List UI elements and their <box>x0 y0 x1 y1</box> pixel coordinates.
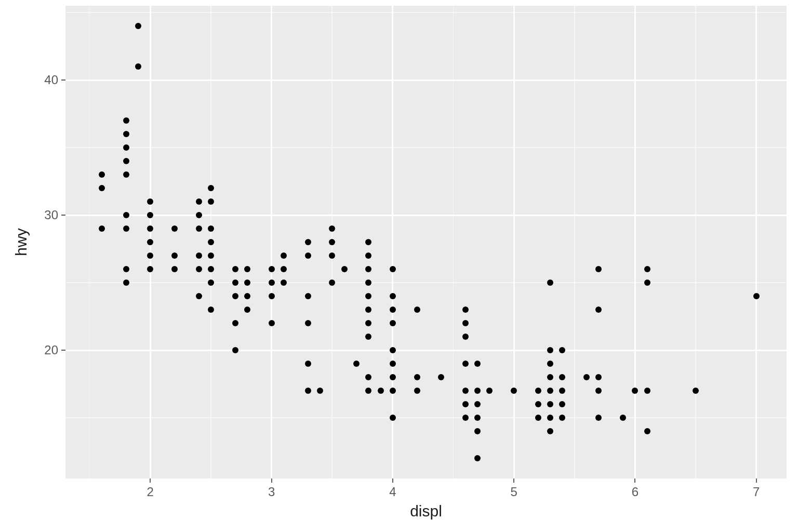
data-point <box>123 117 129 124</box>
data-point <box>123 225 129 232</box>
plot-panel <box>65 6 787 478</box>
data-point <box>123 158 129 164</box>
data-point <box>693 388 699 394</box>
data-point <box>390 415 396 421</box>
x-tick-label: 5 <box>510 485 517 499</box>
data-point <box>390 307 396 313</box>
data-point <box>244 293 250 299</box>
data-point <box>123 131 129 137</box>
data-point <box>390 293 396 299</box>
data-point <box>196 198 202 205</box>
y-tick-label: 40 <box>44 73 58 87</box>
data-point <box>390 320 396 326</box>
data-point <box>378 388 384 394</box>
data-point <box>244 307 250 313</box>
data-point <box>196 252 202 259</box>
data-point <box>547 428 553 434</box>
data-point <box>644 280 650 286</box>
y-tick-label: 30 <box>44 208 58 222</box>
data-point <box>208 266 214 272</box>
data-point <box>305 293 311 299</box>
data-point <box>208 307 214 313</box>
data-point <box>232 266 238 272</box>
data-point <box>644 428 650 434</box>
x-tick-label: 7 <box>753 485 760 499</box>
x-axis-label: displ <box>410 502 442 520</box>
data-point <box>414 388 420 394</box>
y-axis-label: hwy <box>12 228 30 256</box>
data-point <box>644 388 650 394</box>
data-point <box>414 307 420 313</box>
data-point <box>462 307 469 313</box>
data-point <box>123 144 129 151</box>
data-point <box>390 388 396 394</box>
data-point <box>99 225 105 232</box>
data-point <box>208 198 214 205</box>
data-point <box>535 388 541 394</box>
data-point <box>196 293 202 299</box>
data-point <box>305 320 311 326</box>
data-point <box>390 347 396 353</box>
data-point <box>353 361 360 367</box>
data-point <box>535 401 541 407</box>
x-tick-label: 4 <box>389 485 396 499</box>
data-point <box>99 171 105 178</box>
data-point <box>547 361 553 367</box>
data-point <box>123 280 129 286</box>
data-point <box>547 347 553 353</box>
data-point <box>123 171 129 178</box>
data-point <box>462 415 469 421</box>
data-point <box>135 23 141 29</box>
data-point <box>232 347 238 353</box>
data-point <box>196 225 202 232</box>
data-point <box>462 334 469 340</box>
data-point <box>232 280 238 286</box>
data-point <box>462 401 469 407</box>
data-point <box>232 293 238 299</box>
data-point <box>123 212 129 218</box>
data-point <box>547 374 553 380</box>
data-point <box>547 401 553 407</box>
data-point <box>244 280 250 286</box>
data-point <box>244 266 250 272</box>
data-point <box>281 252 287 259</box>
data-point <box>208 185 214 191</box>
data-point <box>171 252 178 259</box>
data-point <box>644 266 650 272</box>
data-point <box>462 388 469 394</box>
data-point <box>269 320 275 326</box>
data-point <box>99 185 105 191</box>
data-point <box>232 320 238 326</box>
data-point <box>547 388 553 394</box>
scatter-chart: 234567203040 displ hwy <box>0 0 798 532</box>
data-point <box>281 266 287 272</box>
data-point <box>208 239 214 245</box>
data-point <box>196 212 202 218</box>
data-point <box>269 280 275 286</box>
data-point <box>535 415 541 421</box>
data-point <box>317 388 323 394</box>
data-point <box>341 266 348 272</box>
data-point <box>305 239 311 245</box>
data-point <box>208 252 214 259</box>
x-tick-label: 3 <box>268 485 275 499</box>
data-point <box>281 280 287 286</box>
data-point <box>390 361 396 367</box>
x-tick-label: 6 <box>632 485 639 499</box>
data-point <box>196 266 202 272</box>
data-point <box>305 252 311 259</box>
data-point <box>208 225 214 232</box>
data-point <box>583 374 590 380</box>
data-point <box>269 266 275 272</box>
data-point <box>390 266 396 272</box>
data-point <box>123 266 129 272</box>
data-point <box>414 374 420 380</box>
data-point <box>305 361 311 367</box>
data-point <box>305 388 311 394</box>
data-point <box>547 280 553 286</box>
data-point <box>390 374 396 380</box>
data-point <box>462 361 469 367</box>
x-tick-label: 2 <box>147 485 154 499</box>
data-point <box>547 415 553 421</box>
data-point <box>753 293 760 299</box>
